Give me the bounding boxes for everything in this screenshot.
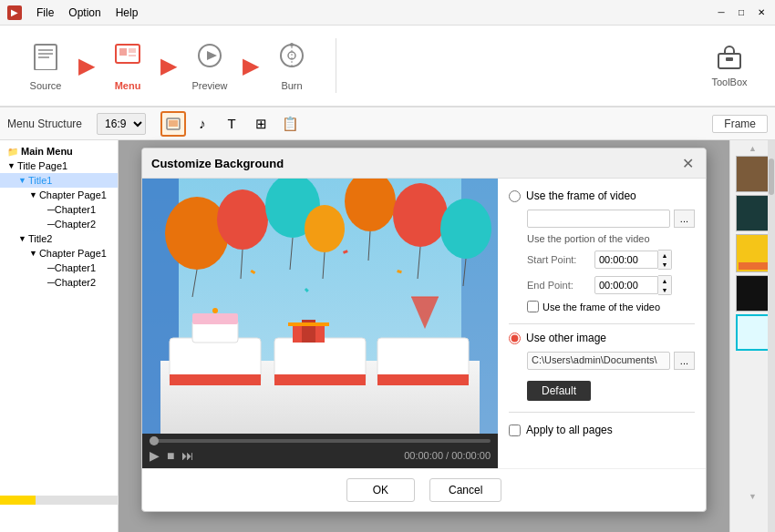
- tree-title1[interactable]: ▼ Title1: [0, 173, 118, 188]
- music-icon[interactable]: ♪: [190, 111, 215, 137]
- title-bar: ▶ File Option Help ─ □ ✕: [0, 0, 775, 26]
- progress-thumb: [150, 436, 159, 445]
- tree-title2[interactable]: ▼ Title2: [0, 231, 118, 246]
- image-path-display: C:\Users\admin\Documents\: [527, 352, 670, 370]
- browse-video-button[interactable]: ...: [674, 210, 695, 228]
- preview-icon: [195, 41, 224, 77]
- scrollbar-thumb[interactable]: [769, 159, 774, 195]
- toolbar-burn[interactable]: Burn: [255, 29, 328, 102]
- toolbar-menu[interactable]: Menu: [91, 29, 164, 102]
- burn-label: Burn: [281, 80, 302, 91]
- skip-button[interactable]: ⏭: [181, 448, 194, 463]
- svg-rect-25: [170, 374, 261, 385]
- dialog-options: Use the frame of video ... Use the porti…: [498, 179, 706, 468]
- file-icon[interactable]: 📋: [277, 111, 303, 137]
- start-time-field[interactable]: [594, 251, 658, 269]
- tree-chapter1-1[interactable]: ─ Chapter1: [0, 202, 118, 217]
- menu-option[interactable]: Option: [68, 6, 100, 19]
- source-icon: [31, 41, 60, 77]
- progress-track[interactable]: [150, 439, 491, 443]
- video-path-input[interactable]: [527, 210, 670, 228]
- text-icon[interactable]: T: [219, 111, 244, 137]
- use-frame-group: Use the frame of video ... Use the porti…: [509, 189, 695, 312]
- tree-chapter1-2[interactable]: ─ Chapter1: [0, 261, 118, 275]
- minimize-button[interactable]: ─: [715, 6, 728, 19]
- cancel-button[interactable]: Cancel: [429, 478, 501, 502]
- start-time-input: ▲ ▼: [594, 250, 672, 270]
- use-frame-checkbox[interactable]: [527, 301, 539, 312]
- swatch-light-cyan[interactable]: [736, 314, 770, 351]
- start-down-button[interactable]: ▼: [658, 260, 671, 269]
- swatch-brown[interactable]: [736, 156, 770, 192]
- image-path-area: C:\Users\admin\Documents\ ... Default: [527, 352, 695, 401]
- svg-point-44: [212, 308, 218, 313]
- dialog-header: Customize Background ✕: [142, 148, 706, 179]
- video-browse-row: ... Use the portion of the video Start P…: [527, 210, 695, 312]
- frame-label: Frame: [712, 115, 768, 133]
- use-frame-checkbox-label: Use the frame of the video: [542, 302, 660, 312]
- dialog-close-button[interactable]: ✕: [678, 154, 697, 172]
- dialog-overlay: Customize Background ✕: [119, 140, 729, 532]
- end-time-field[interactable]: [594, 276, 658, 294]
- end-point-row: End Point: ▲ ▼: [527, 275, 695, 295]
- menu-help[interactable]: Help: [116, 6, 139, 19]
- balloon-scene: [142, 179, 498, 434]
- right-panel: ▲ ▼: [729, 140, 775, 532]
- source-label: Source: [30, 80, 62, 91]
- use-frame-radio[interactable]: [509, 190, 521, 202]
- maximize-button[interactable]: □: [735, 6, 748, 19]
- end-spin-buttons: ▲ ▼: [658, 275, 672, 295]
- grid-icon[interactable]: ⊞: [248, 111, 274, 137]
- start-point-row: Start Point: ▲ ▼: [527, 250, 695, 270]
- apply-all-checkbox[interactable]: [509, 425, 521, 436]
- stop-button[interactable]: ■: [167, 448, 174, 463]
- swatch-dark-teal[interactable]: [736, 195, 770, 231]
- tree-main-menu[interactable]: 📁 Main Menu: [0, 144, 118, 159]
- svg-rect-7: [129, 55, 136, 56]
- start-label: Start Point:: [527, 254, 591, 265]
- svg-marker-9: [207, 51, 217, 60]
- tree-chapter-page1-2[interactable]: ▼ Chapter Page1: [0, 246, 118, 261]
- sub-toolbar: Menu Structure 16:9 4:3 ♪ T ⊞ 📋 Frame: [0, 107, 775, 140]
- scrollbar-track: [768, 140, 775, 532]
- scroll-up-button[interactable]: ▲: [749, 144, 757, 153]
- browse-image-button[interactable]: ...: [674, 352, 695, 370]
- menu-bar: File Option Help: [36, 6, 138, 19]
- video-preview: ▶ ■ ⏭ 00:00:00 / 00:00:00: [142, 179, 498, 468]
- tree-chapter-page1-1[interactable]: ▼ Chapter Page1: [0, 188, 118, 202]
- menu-file[interactable]: File: [36, 6, 54, 19]
- svg-point-30: [217, 189, 268, 250]
- svg-rect-26: [274, 374, 366, 385]
- svg-rect-6: [129, 48, 136, 53]
- menu-structure-label: Menu Structure: [7, 118, 82, 130]
- scroll-down-button[interactable]: ▼: [749, 492, 757, 501]
- center-area: Customize Background ✕: [119, 140, 729, 532]
- video-controls: ▶ ■ ⏭ 00:00:00 / 00:00:00: [142, 434, 498, 468]
- close-button[interactable]: ✕: [755, 6, 768, 19]
- tree-chapter2-1[interactable]: ─ Chapter2: [0, 217, 118, 231]
- svg-rect-47: [288, 322, 329, 326]
- svg-rect-17: [169, 120, 178, 127]
- default-button[interactable]: Default: [527, 381, 591, 401]
- aspect-ratio-select[interactable]: 16:9 4:3: [97, 113, 146, 135]
- swatch-yellow[interactable]: [736, 234, 770, 272]
- use-frame-label: Use the frame of video: [526, 189, 636, 202]
- start-spin-buttons: ▲ ▼: [658, 250, 672, 270]
- toolbox-button[interactable]: ToolBox: [693, 29, 766, 102]
- play-button[interactable]: ▶: [150, 448, 160, 463]
- tree-title-page1[interactable]: ▼ Title Page1: [0, 159, 118, 173]
- toolbar-preview[interactable]: Preview: [173, 29, 246, 102]
- start-up-button[interactable]: ▲: [658, 251, 671, 260]
- swatch-black[interactable]: [736, 275, 770, 312]
- toolbar-source[interactable]: Source: [9, 29, 82, 102]
- dialog-body: ▶ ■ ⏭ 00:00:00 / 00:00:00: [142, 179, 706, 468]
- end-down-button[interactable]: ▼: [658, 285, 671, 294]
- svg-point-40: [305, 205, 345, 252]
- toolbox-icon: [717, 45, 742, 73]
- use-image-radio[interactable]: [509, 332, 521, 344]
- preview-label: Preview: [191, 80, 227, 91]
- tree-chapter2-2[interactable]: ─ Chapter2: [0, 275, 118, 290]
- ok-button[interactable]: OK: [346, 478, 415, 502]
- background-icon[interactable]: [160, 111, 186, 137]
- end-up-button[interactable]: ▲: [658, 276, 671, 285]
